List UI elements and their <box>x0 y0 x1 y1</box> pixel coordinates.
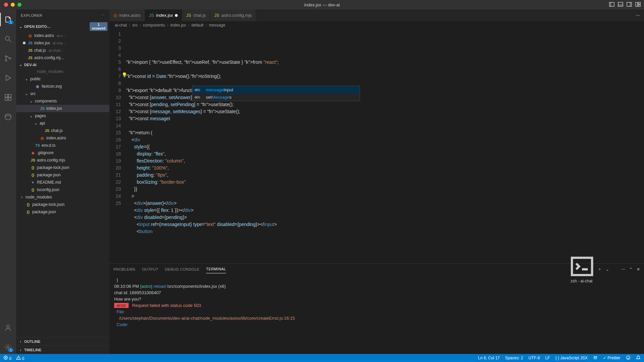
file-item[interactable]: JSastro.config.mjs <box>16 156 109 164</box>
editor-tab[interactable]: ◎index.astro <box>109 9 145 21</box>
explorer-more-icon[interactable]: ⋯ <box>101 13 105 17</box>
status-copilot-icon[interactable] <box>593 355 598 361</box>
code-line[interactable]: <div disabled={pending}> <box>126 214 644 221</box>
minimize-window[interactable] <box>11 3 15 7</box>
status-eol[interactable]: LF <box>545 356 550 360</box>
panel-more-icon[interactable]: ⋯ <box>621 267 625 272</box>
breadcrumb-item[interactable]: ai-chat <box>115 23 127 28</box>
autocomplete-item[interactable]: abcsetMessages <box>192 93 360 101</box>
file-item[interactable]: {}package-lock.json <box>16 164 109 171</box>
terminal-dropdown-icon[interactable]: ⌄ <box>606 267 609 272</box>
toggle-primary-sidebar-icon[interactable] <box>609 2 614 8</box>
breadcrumb-item[interactable]: index.jsx <box>170 23 186 28</box>
code-line[interactable]: "k">import { "fn">useEffect, "fn">useRef… <box>126 59 644 66</box>
file-item[interactable]: JSindex.jsx <box>16 105 109 112</box>
file-item[interactable]: ◎index.astro <box>16 134 109 142</box>
terminal-output[interactable]: }08:10:06 PM [astro] reload /src/compone… <box>109 275 644 354</box>
close-panel-icon[interactable]: ✕ <box>637 267 640 272</box>
folder-item[interactable]: ⌄public <box>16 75 109 83</box>
extensions-activity[interactable] <box>0 91 16 104</box>
file-item[interactable]: {}tsconfig.json <box>16 186 109 193</box>
autocomplete-popup[interactable]: abcmessageInputabcsetMessages <box>192 86 360 101</box>
breadcrumb-item[interactable]: default <box>191 23 203 28</box>
open-editor-item[interactable]: JSchat.jsai-chat/… <box>16 47 109 54</box>
status-prettier[interactable]: ✓ Prettier <box>603 356 620 360</box>
file-item[interactable]: ▾README.md <box>16 179 109 186</box>
status-position[interactable]: Ln 8, Col 17 <box>478 356 500 360</box>
status-language[interactable]: { } JavaScript JSX <box>555 356 588 360</box>
code-line[interactable]: "k">const [pending, setPending] = "fn">u… <box>126 101 644 108</box>
toggle-panel-icon[interactable] <box>618 2 623 8</box>
file-item[interactable]: TSenv.d.ts <box>16 142 109 149</box>
file-item[interactable]: ◆.gitignore <box>16 149 109 156</box>
code-line[interactable]: <input ref={messageInput} type="text" di… <box>126 221 644 228</box>
folder-item[interactable]: ⌄api <box>16 120 109 127</box>
code-line[interactable]: <div <box>126 136 644 143</box>
breadcrumb-item[interactable]: message <box>209 23 225 28</box>
code-line[interactable]: <div>{answer}</div> <box>126 200 644 207</box>
open-editor-item[interactable]: JSindex.jsxai-cha… <box>16 39 109 47</box>
status-bell-icon[interactable] <box>636 355 641 361</box>
code-line[interactable]: boxSizing: "border-box" <box>126 179 644 186</box>
open-editor-item[interactable]: ◎index.astroai-c… <box>16 32 109 39</box>
maximize-window[interactable] <box>17 3 21 7</box>
open-editor-item[interactable]: JSastro.config.mj… <box>16 54 109 61</box>
new-terminal-icon[interactable]: ＋ <box>598 266 602 272</box>
status-spaces[interactable]: Spaces: 2 <box>505 356 523 360</box>
close-window[interactable] <box>4 3 8 7</box>
code-line[interactable]: flexDirection: "column", <box>126 157 644 165</box>
code-line[interactable] <box>126 122 644 129</box>
status-warnings[interactable]: 0 <box>16 355 24 361</box>
settings-activity[interactable]: 1 <box>0 341 16 354</box>
code-line[interactable] <box>126 66 644 73</box>
file-item[interactable]: {}package.json <box>16 171 109 179</box>
editor-tab[interactable]: JSchat.js <box>182 9 210 21</box>
editor-tab[interactable]: JSindex.jsx <box>145 9 182 21</box>
search-activity[interactable] <box>0 32 16 46</box>
code-line[interactable]: <div style={{ flex: 1 }}></div> <box>126 207 644 214</box>
file-item[interactable]: ◉favicon.svg <box>16 83 109 90</box>
code-line[interactable]: height: "100%", <box>126 165 644 172</box>
status-errors[interactable]: 0 <box>3 355 11 361</box>
panel-tab[interactable]: TERMINAL <box>206 265 226 273</box>
code-line[interactable]: display: "flex", <box>126 150 644 157</box>
code-line[interactable]: "k">const [message, setMessages] = "fn">… <box>126 108 644 115</box>
code-line[interactable]: > <box>126 193 644 200</box>
maximize-panel-icon[interactable]: ⌃ <box>629 267 633 272</box>
file-item[interactable]: JSchat.js <box>16 127 109 134</box>
lightbulb-icon[interactable]: 💡 <box>122 72 127 79</box>
editor-tab[interactable]: JSastro.config.mjs <box>210 9 256 21</box>
status-feedback-icon[interactable] <box>626 355 631 361</box>
folder-item[interactable]: ⌄src <box>16 90 109 97</box>
code-line[interactable]: "k">const id = Date."fn">now()."fn">toSt… <box>126 73 644 80</box>
code-line[interactable]: padding: "8px", <box>126 172 644 179</box>
code-line[interactable]: style={{ <box>126 143 644 150</box>
breadcrumb[interactable]: ai-chat›src›components›index.jsx›default… <box>109 21 644 29</box>
code-line[interactable]: }} <box>126 186 644 193</box>
outline-section[interactable]: ›OUTLINE <box>16 337 109 346</box>
toggle-secondary-sidebar-icon[interactable] <box>627 2 632 8</box>
folder-item[interactable]: ›node_modules <box>16 193 109 201</box>
breadcrumb-item[interactable]: components <box>143 23 165 28</box>
code-line[interactable]: "k">return ( <box>126 129 644 136</box>
open-editors-section[interactable]: ⌄OPEN EDITO… 1 unsaved <box>16 21 109 32</box>
run-debug-activity[interactable] <box>0 71 16 85</box>
status-encoding[interactable]: UTF-8 <box>528 356 540 360</box>
panel-tab[interactable]: OUTPUT <box>142 265 158 273</box>
panel-tab[interactable]: PROBLEMS <box>113 265 135 273</box>
project-section[interactable]: ⌄DEV-AI <box>16 61 109 68</box>
timeline-section[interactable]: ›TIMELINE <box>16 346 109 354</box>
tab-more-icon[interactable]: ⋯ <box>636 13 640 18</box>
edge-activity[interactable] <box>0 110 16 124</box>
accounts-activity[interactable] <box>0 321 16 334</box>
folder-item[interactable]: ⌄pages <box>16 112 109 120</box>
explorer-activity[interactable]: 1 <box>0 13 16 26</box>
autocomplete-item[interactable]: abcmessageInput <box>192 86 360 93</box>
file-item[interactable]: {}package.json <box>16 208 109 216</box>
breadcrumb-item[interactable]: src <box>132 23 138 28</box>
panel-tab[interactable]: DEBUG CONSOLE <box>165 265 199 273</box>
source-control-activity[interactable] <box>0 52 16 65</box>
file-item[interactable]: {}package-lock.json <box>16 201 109 208</box>
customize-layout-icon[interactable] <box>635 2 641 8</box>
folder-item[interactable]: ⌄components <box>16 97 109 105</box>
